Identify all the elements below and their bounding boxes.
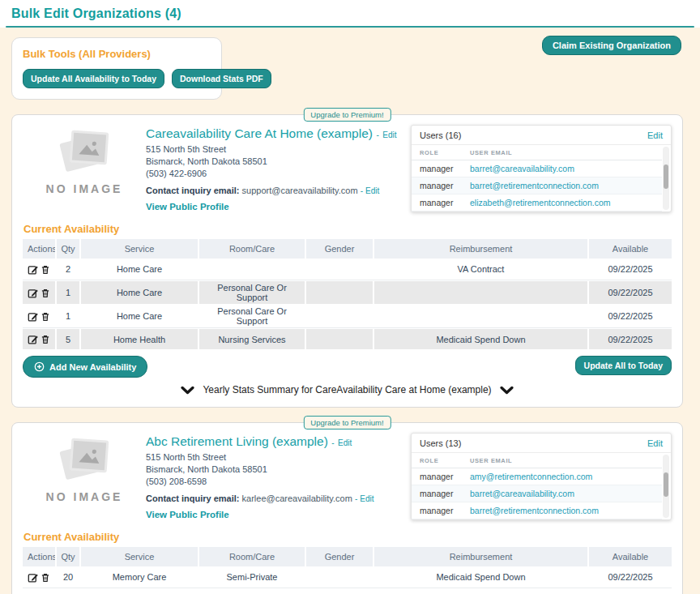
user-row: manager barret@careavailability.com — [412, 160, 662, 177]
update-all-availability-button[interactable]: Update All Availability to Today — [23, 69, 164, 88]
contact-inquiry-email: support@careavailability.com — [242, 186, 358, 195]
availability-table: Actions Qty Service Room/Care Gender Rei… — [23, 547, 672, 588]
chevron-down-icon — [181, 386, 194, 395]
users-panel: Users (13) Edit ROLE USER EMAIL manager … — [411, 433, 672, 520]
org-edit-link[interactable]: Edit — [382, 130, 396, 139]
edit-availability-icon[interactable] — [28, 334, 38, 344]
user-email-link[interactable]: barret@retirementconnection.com — [470, 181, 599, 190]
user-row: manager amy@retirementconnection.com — [412, 468, 662, 485]
chevron-down-icon — [500, 386, 514, 395]
update-all-to-today-button[interactable]: Update All to Today — [575, 356, 672, 375]
availability-header-row: Actions Qty Service Room/Care Gender Rei… — [23, 239, 672, 259]
contact-inquiry-label: Contact inquiry email: — [146, 494, 240, 503]
org-address-city: Bismarck, North Dakota 58501 — [146, 156, 411, 168]
user-row: manager barret@retirementconnection.com — [412, 502, 662, 519]
org-card: Upgrade to Premium! NO IMAGE Careavail — [11, 114, 683, 408]
page-content: Bulk Tools (All Providers) Update All Av… — [0, 28, 700, 594]
no-image-label: NO IMAGE — [23, 490, 146, 503]
availability-header-row: Actions Qty Service Room/Care Gender Rei… — [23, 547, 672, 566]
bulk-tools-card: Bulk Tools (All Providers) Update All Av… — [11, 37, 222, 100]
org-address-street: 515 North 5th Street — [146, 143, 411, 156]
yearly-stats-label: Yearly Stats Summary for CareAvailabilit… — [203, 384, 491, 395]
availability-row: 20 Memory Care Semi-Private Medicaid Spe… — [23, 566, 672, 588]
no-image-placeholder: NO IMAGE — [23, 431, 146, 503]
delete-availability-icon[interactable] — [41, 288, 50, 298]
upgrade-premium-badge[interactable]: Upgrade to Premium! — [303, 108, 391, 122]
image-icon — [76, 445, 102, 466]
delete-availability-icon[interactable] — [41, 264, 50, 275]
no-image-placeholder: NO IMAGE — [23, 123, 146, 195]
org-address-street: 515 North 5th Street — [146, 451, 411, 464]
org-edit-link[interactable]: Edit — [338, 438, 352, 447]
bulk-tools-buttons: Update All Availability to Today Downloa… — [23, 69, 211, 88]
contact-email-edit-link[interactable]: Edit — [360, 494, 373, 503]
edit-availability-icon[interactable] — [28, 572, 38, 583]
user-row: manager elizabeth@retirementconnection.c… — [412, 194, 662, 212]
users-edit-link[interactable]: Edit — [647, 130, 663, 140]
page-header: Bulk Edit Organizations (4) — [0, 0, 700, 24]
delete-availability-icon[interactable] — [41, 311, 50, 322]
upgrade-premium-badge[interactable]: Upgrade to Premium! — [303, 416, 391, 429]
users-scrollbar[interactable] — [663, 147, 669, 210]
org-summary-row: NO IMAGE Abc Retirement Living (example)… — [23, 431, 672, 521]
contact-inquiry-email: karlee@careavailability.com — [242, 494, 352, 503]
users-table-header: ROLE USER EMAIL — [412, 453, 662, 468]
bulk-tools-title: Bulk Tools (All Providers) — [23, 48, 211, 60]
org-phone: (503) 208-6598 — [146, 476, 411, 488]
user-email-link[interactable]: barret@careavailability.com — [470, 164, 574, 173]
view-public-profile-link[interactable]: View Public Profile — [146, 510, 229, 519]
delete-availability-icon[interactable] — [41, 334, 50, 344]
user-row: manager barret@retirementconnection.com — [412, 177, 662, 194]
scrollbar-thumb[interactable] — [664, 472, 668, 497]
edit-availability-icon[interactable] — [28, 311, 38, 322]
contact-inquiry-row: Contact inquiry email: karlee@careavaila… — [146, 494, 411, 503]
photo-icon — [58, 130, 111, 177]
availability-row: 2 Home Care VA Contract 09/22/2025 — [23, 259, 672, 280]
org-info: Abc Retirement Living (example) - Edit 5… — [146, 431, 411, 521]
availability-row: 1 Home Care Personal Care Or Support 09/… — [23, 280, 672, 305]
users-panel-title: Users (13) — [420, 438, 461, 448]
scrollbar-thumb[interactable] — [664, 165, 668, 189]
page-title: Bulk Edit Organizations (4) — [11, 6, 689, 21]
users-panel: Users (16) Edit ROLE USER EMAIL manager … — [411, 125, 672, 212]
org-info: Careavailability Care At Home (example) … — [146, 123, 411, 213]
current-availability-title: Current Availability — [23, 223, 672, 235]
availability-table: Actions Qty Service Room/Care Gender Rei… — [23, 239, 672, 350]
edit-availability-icon[interactable] — [28, 264, 38, 275]
users-edit-link[interactable]: Edit — [647, 438, 663, 448]
edit-availability-icon[interactable] — [28, 288, 38, 298]
top-row: Bulk Tools (All Providers) Update All Av… — [11, 37, 683, 100]
org-summary-row: NO IMAGE Careavailability Care At Home (… — [23, 123, 672, 213]
availability-row: 1 Home Care Personal Care Or Support 09/… — [23, 305, 672, 328]
user-email-link[interactable]: barret@careavailability.com — [470, 489, 574, 498]
org-name-link[interactable]: Abc Retirement Living (example) — [146, 434, 328, 448]
view-public-profile-link[interactable]: View Public Profile — [146, 202, 229, 212]
users-table-header: ROLE USER EMAIL — [412, 145, 662, 160]
contact-inquiry-row: Contact inquiry email: support@careavail… — [146, 186, 411, 195]
user-email-link[interactable]: amy@retirementconnection.com — [470, 472, 592, 481]
contact-inquiry-label: Contact inquiry email: — [146, 186, 240, 195]
users-panel-title: Users (16) — [420, 130, 461, 140]
delete-availability-icon[interactable] — [41, 572, 50, 583]
download-stats-pdf-button[interactable]: Download Stats PDF — [172, 69, 271, 88]
user-row: manager barret@careavailability.com — [412, 485, 662, 502]
org-name-link[interactable]: Careavailability Care At Home (example) — [146, 126, 373, 140]
users-scrollbar[interactable] — [663, 455, 669, 518]
plus-circle-icon — [34, 361, 45, 372]
availability-row: 5 Home Health Nursing Services Medicaid … — [23, 328, 672, 350]
claim-existing-organization-button[interactable]: Claim Existing Organization — [542, 36, 681, 55]
current-availability-title: Current Availability — [23, 531, 672, 543]
org-phone: (503) 422-6906 — [146, 168, 411, 180]
org-card: Upgrade to Premium! NO IMAGE Abc Retir — [11, 422, 683, 594]
add-new-availability-button[interactable]: Add New Availability — [23, 356, 147, 378]
availability-actions-row: Add New Availability Update All to Today — [23, 356, 672, 378]
org-address-city: Bismarck, North Dakota 58501 — [146, 464, 411, 476]
user-email-link[interactable]: elizabeth@retirementconnection.com — [470, 198, 611, 207]
yearly-stats-toggle[interactable]: Yearly Stats Summary for CareAvailabilit… — [23, 378, 672, 404]
no-image-label: NO IMAGE — [23, 182, 146, 195]
user-email-link[interactable]: barret@retirementconnection.com — [470, 506, 599, 515]
photo-icon — [58, 438, 111, 485]
image-icon — [76, 137, 102, 158]
contact-email-edit-link[interactable]: Edit — [365, 186, 379, 195]
